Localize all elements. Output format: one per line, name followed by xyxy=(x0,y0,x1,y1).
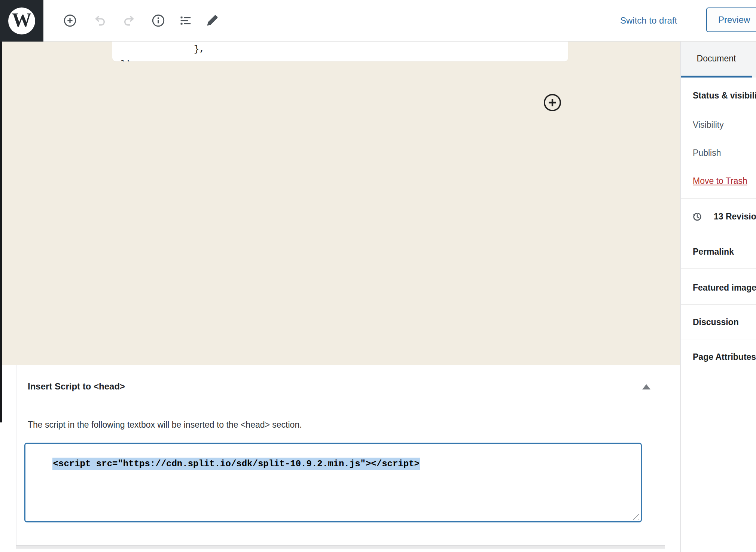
revisions-count-label: 13 Revisions xyxy=(714,212,756,222)
add-block-button[interactable] xyxy=(60,10,80,31)
undo-icon xyxy=(93,13,107,28)
redo-button[interactable] xyxy=(119,10,140,31)
editor-toolbar: W xyxy=(0,0,756,42)
preview-button[interactable]: Preview xyxy=(706,7,756,32)
content-structure-button[interactable] xyxy=(148,10,169,31)
panel-status-visibility[interactable]: Status & visibility xyxy=(693,90,756,101)
divider xyxy=(681,269,756,269)
switch-to-draft-link[interactable]: Switch to draft xyxy=(620,0,677,41)
revisions-button[interactable]: 13 Revisions xyxy=(691,210,756,222)
metabox-header[interactable]: Insert Script to <head> xyxy=(16,365,665,408)
divider xyxy=(681,198,756,199)
metabox-description: The script in the following textbox will… xyxy=(28,420,302,430)
next-metabox-edge xyxy=(16,545,665,549)
edit-mode-button[interactable] xyxy=(202,10,223,31)
wordpress-logo-icon: W xyxy=(8,7,35,34)
wordpress-logo-button[interactable]: W xyxy=(0,0,43,42)
settings-sidebar: Document Status & visibility Visibility … xyxy=(680,42,756,552)
divider xyxy=(681,304,756,305)
metabox-title: Insert Script to <head> xyxy=(28,381,125,392)
history-clock-icon xyxy=(691,210,703,222)
selected-script-text: <script src="https://cdn.split.io/sdk/sp… xyxy=(52,458,420,470)
collapse-triangle-icon[interactable] xyxy=(642,384,650,389)
resize-grip-icon[interactable] xyxy=(633,513,639,520)
head-script-textarea[interactable]: <script src="https://cdn.split.io/sdk/sp… xyxy=(24,443,642,522)
publish-label: Publish xyxy=(693,147,721,159)
list-view-icon xyxy=(179,13,193,28)
panel-permalink[interactable]: Permalink xyxy=(693,246,734,258)
plus-circle-icon xyxy=(543,93,562,112)
code-line: }, xyxy=(194,42,205,57)
undo-button[interactable] xyxy=(89,10,110,31)
pencil-icon xyxy=(205,13,219,28)
move-to-trash-link[interactable]: Move to Trash xyxy=(693,175,747,187)
panel-page-attributes[interactable]: Page Attributes xyxy=(693,351,756,363)
code-line: }) xyxy=(121,57,131,61)
visibility-label: Visibility xyxy=(693,119,724,131)
panel-featured-image[interactable]: Featured image xyxy=(693,282,756,294)
redo-icon xyxy=(122,13,136,28)
sidebar-tabbar: Document xyxy=(681,42,756,78)
block-inserter-button[interactable] xyxy=(543,93,562,112)
plus-circle-icon xyxy=(63,13,77,28)
divider xyxy=(681,340,756,340)
divider xyxy=(681,375,756,375)
divider xyxy=(681,234,756,234)
info-icon xyxy=(151,13,165,28)
tab-document[interactable]: Document xyxy=(681,42,752,78)
code-block[interactable]: }, }) xyxy=(112,42,568,61)
editor-canvas: }, }) xyxy=(2,42,680,365)
block-navigation-button[interactable] xyxy=(175,10,196,31)
panel-discussion[interactable]: Discussion xyxy=(693,316,739,328)
insert-script-metabox: Insert Script to <head> The script in th… xyxy=(16,365,665,545)
